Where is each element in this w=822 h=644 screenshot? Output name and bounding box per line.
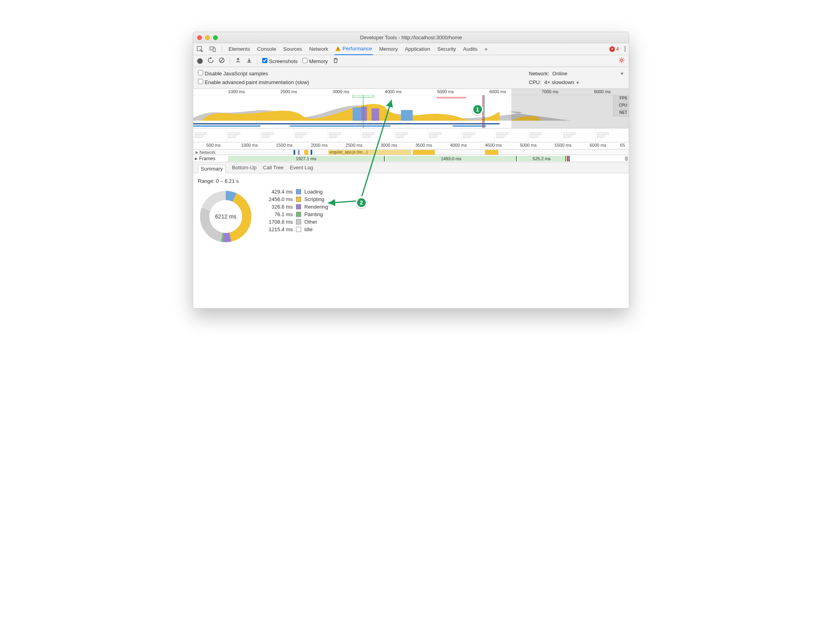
disable-js-checkbox[interactable]: Disable JavaScript samples — [198, 70, 268, 77]
chevron-down-icon: ▼ — [620, 71, 624, 76]
frame-bar[interactable]: 1927.1 ms — [228, 156, 385, 161]
settings-gear-icon[interactable] — [618, 57, 625, 65]
svg-rect-12 — [193, 123, 499, 125]
details-tabs: Summary Bottom-Up Call Tree Event Log — [193, 162, 629, 173]
error-count[interactable]: ✕ 4 — [609, 46, 619, 52]
range-text: Range: 0 – 6.21 s — [198, 178, 624, 184]
legend-row: 1708.8 msOther — [263, 219, 328, 225]
summary-panel: Range: 0 – 6.21 s 6212 ms 429.4 msLoadin… — [193, 173, 629, 308]
record-button[interactable] — [197, 58, 203, 64]
memory-checkbox[interactable]: Memory — [302, 58, 328, 64]
summary-legend: 429.4 msLoading2456.0 msScripting326.6 m… — [263, 189, 328, 232]
perf-toolbar: Screenshots Memory — [193, 55, 629, 67]
device-toggle-icon[interactable] — [209, 46, 216, 53]
svg-rect-3 — [338, 48, 338, 50]
titlebar: Developer Tools - http://localhost:3000/… — [193, 32, 629, 43]
load-profile-button[interactable] — [235, 57, 241, 65]
frame-bar[interactable]: 1493.0 ms — [386, 156, 517, 161]
screenshot-filmstrip[interactable] — [193, 128, 629, 142]
capture-options: Disable JavaScript samples Network: Onli… — [193, 67, 629, 89]
legend-time: 76.1 ms — [263, 211, 293, 217]
legend-label: Scripting — [304, 196, 325, 202]
inspect-icon[interactable] — [196, 46, 204, 53]
legend-time: 429.4 ms — [263, 189, 293, 195]
svg-rect-16 — [437, 97, 466, 98]
detail-tab-bottom-up[interactable]: Bottom-Up — [232, 165, 257, 171]
legend-time: 2456.0 ms — [263, 196, 293, 202]
legend-swatch — [296, 197, 301, 202]
kebab-menu-icon[interactable] — [624, 46, 626, 52]
legend-label: Painting — [304, 211, 323, 217]
summary-donut-chart: 6212 ms — [198, 189, 254, 244]
legend-swatch — [296, 204, 301, 209]
svg-rect-15 — [453, 125, 486, 127]
clear-button[interactable] — [219, 57, 225, 65]
reload-record-button[interactable] — [207, 57, 214, 65]
network-label: Network: — [529, 71, 549, 77]
legend-time: 1708.8 ms — [263, 219, 293, 225]
tabs-overflow[interactable]: » — [484, 43, 488, 55]
tab-audits[interactable]: Audits — [462, 43, 478, 55]
legend-label: Idle — [304, 226, 313, 232]
legend-row: 2456.0 msScripting — [263, 196, 328, 202]
svg-rect-14 — [290, 125, 390, 127]
legend-row: 326.6 msRendering — [263, 204, 328, 210]
enable-paint-checkbox[interactable]: Enable advanced paint instrumentation (s… — [198, 79, 309, 85]
legend-swatch — [296, 212, 301, 217]
tab-network[interactable]: Network — [309, 43, 329, 55]
legend-row: 1215.4 msIdle — [263, 226, 328, 232]
garbage-collect-button[interactable] — [332, 57, 339, 65]
svg-rect-10 — [361, 107, 367, 121]
network-track[interactable]: ▶ Network angular_app.js (loc...) — [193, 150, 629, 155]
detail-tab-call-tree[interactable]: Call Tree — [263, 165, 284, 171]
divider — [222, 46, 222, 53]
overview-inactive-region — [511, 89, 629, 128]
tab-elements[interactable]: Elements — [228, 43, 251, 55]
annotation-badge-2: 2 — [356, 197, 367, 208]
chevron-down-icon: ▼ — [576, 80, 580, 85]
legend-label: Other — [304, 219, 317, 225]
scrollbar-thumb[interactable] — [625, 156, 628, 161]
svg-rect-13 — [193, 125, 260, 127]
save-profile-button[interactable] — [246, 57, 252, 65]
overview-timeline[interactable]: 1000 ms 2000 ms 3000 ms 4000 ms 5000 ms … — [193, 89, 629, 128]
svg-rect-9 — [401, 110, 413, 121]
legend-swatch — [296, 219, 301, 224]
divider — [230, 58, 230, 65]
svg-rect-2 — [213, 48, 215, 52]
warning-icon — [335, 46, 341, 52]
tab-sources[interactable]: Sources — [282, 43, 303, 55]
screenshots-checkbox[interactable]: Screenshots — [262, 58, 298, 64]
error-icon: ✕ — [609, 46, 615, 52]
legend-label: Rendering — [304, 204, 328, 210]
legend-swatch — [296, 227, 301, 232]
frame-bar[interactable]: 525.2 ms — [518, 156, 566, 161]
tab-memory[interactable]: Memory — [378, 43, 399, 55]
devtools-window: Developer Tools - http://localhost:3000/… — [193, 32, 629, 309]
tab-security[interactable]: Security — [436, 43, 457, 55]
tab-console[interactable]: Console — [256, 43, 277, 55]
svg-rect-11 — [372, 108, 379, 121]
cpu-label: CPU: — [529, 79, 541, 85]
detail-tab-event-log[interactable]: Event Log — [290, 165, 313, 171]
svg-point-7 — [621, 59, 623, 61]
frames-track[interactable]: ▶ Frames 1927.1 ms 1493.0 ms 525.2 ms — [193, 155, 629, 162]
donut-total: 6212 ms — [198, 189, 254, 244]
detail-tab-summary[interactable]: Summary — [198, 165, 226, 173]
legend-time: 326.6 ms — [263, 204, 293, 210]
legend-label: Loading — [304, 189, 323, 195]
cpu-dropdown[interactable]: 4× slowdown ▼ — [544, 79, 580, 85]
legend-row: 429.4 msLoading — [263, 189, 328, 195]
tab-performance[interactable]: Performance — [334, 43, 373, 55]
legend-swatch — [296, 189, 301, 194]
main-tabs: Elements Console Sources Network Perform… — [193, 43, 629, 55]
svg-rect-8 — [353, 107, 361, 121]
tab-application[interactable]: Application — [404, 43, 431, 55]
flame-chart-ticks[interactable]: 500 ms 1000 ms 1500 ms 2000 ms 2500 ms 3… — [193, 142, 629, 150]
svg-rect-4 — [338, 50, 338, 50]
network-dropdown[interactable]: Online — [552, 71, 567, 77]
annotation-badge-1: 1 — [472, 104, 483, 115]
svg-line-6 — [220, 59, 223, 62]
window-title: Developer Tools - http://localhost:3000/… — [193, 34, 629, 40]
divider — [257, 58, 257, 65]
